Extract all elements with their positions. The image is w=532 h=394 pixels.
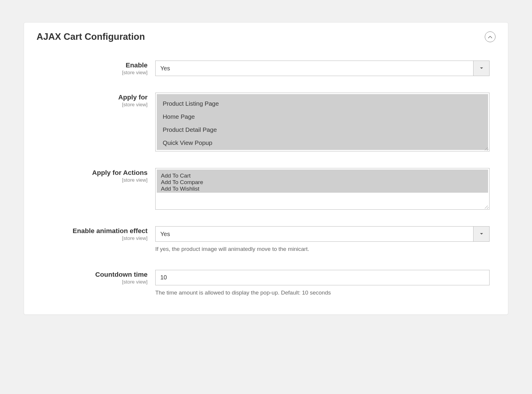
field-enable-animation: Enable animation effect [store view] Yes… bbox=[37, 226, 495, 253]
field-apply-for: Apply for [store view] Product Listing P… bbox=[37, 93, 495, 151]
apply-for-multiselect[interactable]: Product Listing Page Home Page Product D… bbox=[155, 93, 490, 151]
multiselect-option[interactable]: Product Detail Page bbox=[161, 123, 484, 136]
caret-down-icon bbox=[480, 233, 483, 235]
field-control-col: The time amount is allowed to display th… bbox=[155, 270, 495, 297]
field-label-col: Apply for [store view] bbox=[37, 93, 155, 108]
field-enable: Enable [store view] Yes bbox=[37, 61, 495, 76]
select-arrow-button[interactable] bbox=[473, 227, 489, 241]
field-control-col: Product Listing Page Home Page Product D… bbox=[155, 93, 495, 151]
scope-label: [store view] bbox=[37, 70, 148, 76]
field-apply-for-actions: Apply for Actions [store view] Add To Ca… bbox=[37, 168, 495, 210]
chevron-up-icon bbox=[488, 36, 492, 38]
multiselect-option[interactable]: Quick View Popup bbox=[161, 136, 484, 149]
field-note: If yes, the product image will animatedl… bbox=[155, 245, 490, 253]
field-control-col: Yes If yes, the product image will anima… bbox=[155, 226, 495, 253]
apply-for-actions-multiselect[interactable]: Add To Cart Add To Compare Add To Wishli… bbox=[155, 168, 490, 210]
resize-handle[interactable] bbox=[484, 205, 489, 209]
collapse-toggle[interactable] bbox=[485, 31, 495, 42]
field-label: Apply for Actions bbox=[37, 169, 148, 177]
panel-header: AJAX Cart Configuration bbox=[37, 31, 495, 42]
enable-animation-select[interactable]: Yes bbox=[155, 226, 490, 242]
field-label-col: Apply for Actions [store view] bbox=[37, 168, 155, 183]
multiselect-option[interactable]: Home Page bbox=[161, 110, 484, 123]
resize-handle[interactable] bbox=[484, 146, 489, 151]
select-value: Yes bbox=[156, 65, 473, 72]
field-label-col: Enable animation effect [store view] bbox=[37, 226, 155, 242]
select-arrow-button[interactable] bbox=[473, 61, 489, 76]
field-label: Enable animation effect bbox=[37, 227, 148, 235]
field-control-col: Add To Cart Add To Compare Add To Wishli… bbox=[155, 168, 495, 210]
multiselect-option[interactable]: Add To Compare bbox=[161, 179, 484, 186]
field-label: Countdown time bbox=[37, 270, 148, 279]
field-countdown-time: Countdown time [store view] The time amo… bbox=[37, 270, 495, 297]
multiselect-option[interactable]: Add To Wishlist bbox=[161, 186, 484, 192]
field-label-col: Countdown time [store view] bbox=[37, 270, 155, 285]
countdown-time-input[interactable] bbox=[155, 270, 490, 285]
caret-down-icon bbox=[480, 67, 483, 69]
field-control-col: Yes bbox=[155, 61, 495, 76]
multiselect-option[interactable]: Add To Cart bbox=[161, 173, 484, 179]
config-panel: AJAX Cart Configuration Enable [store vi… bbox=[24, 22, 508, 315]
multiselect-blank bbox=[157, 193, 488, 208]
multiselect-option[interactable]: Product Listing Page bbox=[161, 97, 484, 110]
scope-label: [store view] bbox=[37, 235, 148, 241]
field-label-col: Enable [store view] bbox=[37, 61, 155, 76]
field-label: Apply for bbox=[37, 93, 148, 102]
select-value: Yes bbox=[156, 231, 473, 238]
scope-label: [store view] bbox=[37, 102, 148, 108]
panel-title: AJAX Cart Configuration bbox=[37, 31, 145, 42]
scope-label: [store view] bbox=[37, 279, 148, 285]
enable-select[interactable]: Yes bbox=[155, 61, 490, 76]
field-label: Enable bbox=[37, 61, 148, 69]
scope-label: [store view] bbox=[37, 177, 148, 183]
field-note: The time amount is allowed to display th… bbox=[155, 289, 490, 297]
